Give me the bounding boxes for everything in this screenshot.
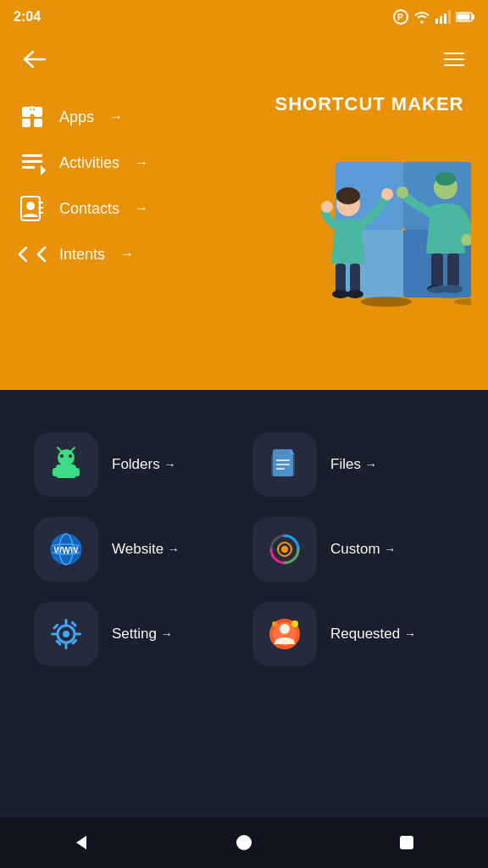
- svg-rect-17: [22, 160, 42, 163]
- svg-line-52: [58, 448, 61, 451]
- grid-item-setting[interactable]: Setting →: [34, 602, 236, 666]
- svg-rect-55: [75, 468, 80, 476]
- svg-point-80: [280, 624, 290, 634]
- svg-point-69: [63, 631, 69, 637]
- svg-rect-5: [448, 10, 451, 24]
- back-nav-icon: [73, 834, 90, 851]
- svg-rect-73: [75, 633, 81, 636]
- svg-point-81: [291, 620, 298, 627]
- dark-section: Folders → Files: [0, 390, 488, 683]
- status-bar: 2:04 P: [0, 0, 488, 34]
- svg-point-30: [454, 298, 471, 305]
- svg-point-43: [396, 186, 408, 198]
- svg-rect-7: [472, 14, 474, 19]
- contacts-arrow: →: [135, 201, 148, 216]
- svg-text:P: P: [397, 13, 403, 22]
- svg-rect-3: [440, 16, 442, 24]
- status-time: 2:04: [14, 9, 41, 25]
- intents-icon: [17, 239, 47, 270]
- requested-icon-box: [252, 602, 317, 666]
- website-label: Website →: [112, 541, 180, 558]
- website-icon-box: WWW: [34, 517, 98, 581]
- intents-label: Intents: [59, 246, 105, 264]
- files-icon: [266, 446, 303, 483]
- bottom-nav: [0, 817, 488, 868]
- hero-area: SHORTCUT MAKER: [268, 93, 471, 310]
- svg-point-21: [26, 202, 35, 210]
- sidebar-item-intents[interactable]: Intents →: [17, 239, 148, 270]
- svg-rect-60: [271, 454, 295, 476]
- custom-icon-box: [252, 517, 317, 581]
- svg-rect-18: [22, 166, 35, 169]
- svg-rect-34: [350, 264, 360, 293]
- contacts-icon: [17, 193, 47, 224]
- sidebar-item-contacts[interactable]: Contacts →: [17, 193, 148, 224]
- apps-icon: [17, 102, 47, 132]
- home-nav-button[interactable]: [227, 826, 261, 860]
- sidebar-item-apps[interactable]: Apps →: [17, 102, 148, 132]
- svg-point-32: [336, 187, 360, 204]
- svg-point-15: [33, 108, 35, 110]
- signal-icon: [435, 10, 451, 24]
- svg-marker-19: [41, 165, 46, 175]
- grid-item-files[interactable]: Files →: [252, 432, 454, 497]
- grid-item-website[interactable]: WWW Website →: [34, 517, 236, 581]
- svg-rect-8: [458, 14, 470, 20]
- svg-rect-4: [444, 14, 446, 24]
- hero-title: SHORTCUT MAKER: [268, 93, 471, 115]
- svg-point-14: [30, 108, 31, 110]
- apps-label: Apps: [59, 108, 94, 126]
- activities-icon: [17, 147, 47, 178]
- grid-item-folders[interactable]: Folders →: [34, 432, 236, 497]
- svg-rect-54: [53, 468, 58, 476]
- battery-icon: [456, 11, 474, 23]
- svg-rect-42: [447, 253, 459, 287]
- svg-rect-49: [56, 465, 76, 478]
- svg-point-38: [347, 290, 363, 298]
- files-label: Files →: [330, 456, 377, 473]
- p-icon: P: [393, 9, 408, 25]
- orange-section: Apps → Activities →: [0, 34, 488, 390]
- setting-icon: [47, 615, 85, 653]
- home-nav-icon: [236, 834, 252, 851]
- recent-nav-button[interactable]: [390, 826, 424, 860]
- back-button[interactable]: [17, 42, 51, 76]
- svg-rect-12: [34, 119, 42, 127]
- svg-point-50: [60, 454, 64, 458]
- activities-arrow: →: [135, 155, 148, 170]
- top-nav: [17, 42, 471, 76]
- hero-illustration: [285, 124, 471, 310]
- apps-arrow: →: [109, 109, 123, 125]
- svg-rect-41: [431, 253, 443, 287]
- website-icon: WWW: [47, 531, 85, 568]
- svg-rect-11: [22, 119, 30, 127]
- menu-button[interactable]: [437, 42, 471, 76]
- svg-rect-33: [336, 264, 346, 293]
- folders-icon-box: [34, 432, 98, 497]
- grid-item-custom[interactable]: Custom →: [252, 517, 454, 581]
- svg-rect-16: [22, 154, 42, 157]
- svg-point-40: [435, 172, 456, 186]
- shortcut-grid: Folders → Files: [34, 432, 454, 666]
- setting-icon-box: [34, 602, 98, 666]
- orange-content: Apps → Activities →: [17, 93, 471, 310]
- svg-point-82: [272, 621, 277, 626]
- svg-rect-70: [65, 619, 68, 626]
- svg-point-67: [281, 546, 288, 553]
- back-nav-button[interactable]: [64, 826, 98, 860]
- svg-line-53: [71, 448, 75, 451]
- folders-label: Folders →: [112, 456, 175, 473]
- svg-point-51: [69, 454, 72, 458]
- requested-icon: [266, 615, 303, 653]
- svg-point-48: [58, 449, 75, 466]
- svg-rect-22: [38, 202, 43, 203]
- svg-point-13: [28, 106, 36, 114]
- svg-rect-2: [435, 19, 438, 24]
- sidebar-item-activities[interactable]: Activities →: [17, 147, 148, 178]
- svg-rect-23: [38, 207, 43, 209]
- nav-menu: Apps → Activities →: [17, 102, 148, 270]
- grid-item-requested[interactable]: Requested →: [252, 602, 454, 666]
- setting-label: Setting →: [112, 626, 173, 643]
- files-icon-box: [252, 432, 317, 497]
- activities-label: Activities: [59, 154, 119, 172]
